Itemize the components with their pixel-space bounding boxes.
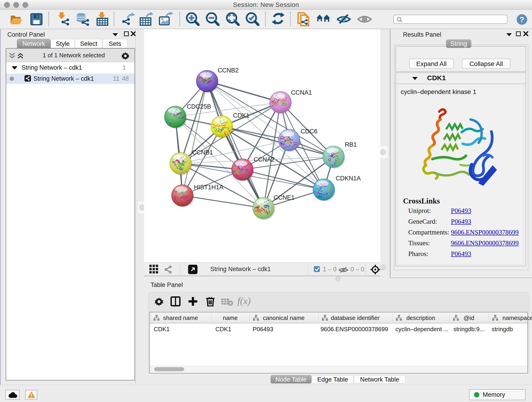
svg-text:CDK1: CDK1 — [233, 112, 249, 119]
svg-text:CCNE1: CCNE1 — [273, 194, 295, 201]
svg-text:CDC25B: CDC25B — [187, 103, 211, 110]
svg-text:CCNA2: CCNA2 — [254, 156, 275, 163]
svg-text:CDKN1A: CDKN1A — [336, 175, 361, 182]
svg-text:CCNB2: CCNB2 — [218, 67, 239, 74]
svg-text:CCNB1: CCNB1 — [192, 149, 213, 156]
svg-text:HIST1H1A: HIST1H1A — [194, 184, 223, 191]
svg-text:RB1: RB1 — [345, 141, 357, 148]
svg-text:CDC6: CDC6 — [301, 128, 317, 135]
svg-text:CCNA1: CCNA1 — [291, 89, 312, 96]
